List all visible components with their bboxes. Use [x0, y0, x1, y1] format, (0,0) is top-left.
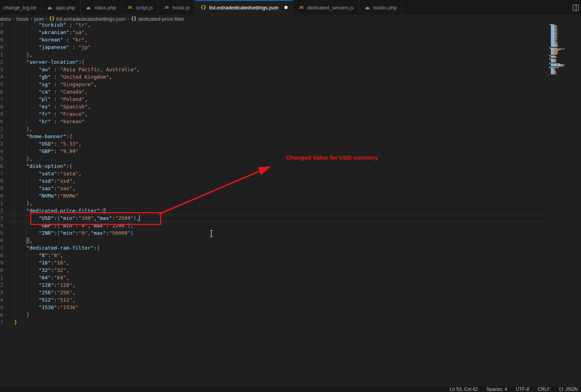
indent-guide	[14, 73, 14, 81]
indent-guide	[26, 66, 27, 73]
code-line-29[interactable]: 29 "korean" : "kr",	[0, 36, 547, 43]
breadcrumb-item-dons[interactable]: dons	[0, 16, 11, 22]
code-line-38[interactable]: 38 "es" : "Spanish",	[0, 103, 547, 110]
indent-guide	[14, 266, 14, 274]
code-line-60[interactable]: 60 "32":"32",	[0, 266, 547, 274]
tab-script-js[interactable]: JSscript.js	[122, 0, 158, 15]
code-line-61[interactable]: 61 "64":"64",	[0, 274, 547, 281]
code-line-31[interactable]: 31 },	[0, 51, 547, 58]
modified-dot-icon[interactable]	[284, 6, 288, 9]
status-json[interactable]: {}JSON	[559, 387, 578, 392]
code-line-42[interactable]: 42 "home-banner":{	[0, 133, 547, 140]
tab-hostx-js[interactable]: JShostx.js	[158, 0, 195, 15]
code-line-64[interactable]: 64 "512":"512",	[0, 296, 547, 304]
indent-guide	[26, 289, 27, 296]
code-line-32[interactable]: 32 "server-location":{	[0, 58, 547, 66]
breadcrumb-item-json[interactable]: json	[34, 16, 43, 22]
code-line-59[interactable]: 59 "16":"16",	[0, 259, 547, 266]
tab-class-php[interactable]: class.php	[81, 0, 122, 15]
line-number: 35	[0, 81, 3, 88]
split-editor-button[interactable]	[573, 5, 579, 11]
line-number: 31	[0, 51, 3, 58]
tab-ajax-php[interactable]: ajax.php	[42, 0, 81, 15]
line-number: 39	[0, 110, 3, 118]
indent-guide	[14, 140, 14, 147]
indent-guide	[14, 118, 14, 125]
line-number: 49	[0, 185, 3, 192]
line-number: 67	[0, 318, 3, 326]
indent-guide	[14, 274, 14, 281]
indent-guide	[26, 95, 27, 103]
code-line-33[interactable]: 33 "au" : "Asia Pacific, Australia",	[0, 66, 547, 73]
code-line-35[interactable]: 35 "sg" : "Singapore",	[0, 81, 547, 88]
line-number: 43	[0, 140, 3, 147]
indent-guide	[14, 207, 14, 214]
breadcrumb-item-list-extradedicatedsettings-json[interactable]: {}list.extradedicatedsettings.json	[49, 16, 126, 22]
indent-guide	[26, 170, 27, 177]
tab-change-log-txt[interactable]: change_log.txt	[0, 0, 42, 15]
indent-guide	[14, 125, 14, 133]
php-elephant-icon	[47, 4, 53, 11]
line-number: 30	[0, 43, 3, 51]
line-number: 54	[0, 222, 3, 229]
code-line-34[interactable]: 34 "gb" : "United Kingdom",	[0, 73, 547, 81]
code-line-67[interactable]: 67}	[0, 318, 547, 326]
code-line-27[interactable]: 27 "turkish" : "tr",	[0, 23, 547, 29]
code-line-43[interactable]: 43 "USD": "5.33",	[0, 140, 547, 147]
indent-guide	[26, 266, 27, 274]
code-line-39[interactable]: 39 "fr" : "France",	[0, 110, 547, 118]
line-number: 27	[0, 23, 3, 29]
breadcrumb: dons›hostx›json›{}list.extradedicatedset…	[0, 15, 581, 23]
chevron-right-icon: ›	[31, 16, 32, 22]
indent-guide	[26, 252, 27, 259]
tab-label: change_log.txt	[3, 5, 36, 11]
breadcrumb-item-hostx[interactable]: hostx	[16, 16, 29, 22]
indent-guide	[14, 88, 14, 95]
chevron-right-icon: ›	[13, 16, 14, 22]
indent-guide	[14, 304, 14, 311]
php-elephant-icon	[364, 4, 371, 11]
line-number: 37	[0, 95, 3, 103]
indent-guide	[14, 237, 14, 244]
code-line-65[interactable]: 65 "1536":"1536"	[0, 304, 547, 311]
line-number: 66	[0, 311, 3, 318]
code-line-28[interactable]: 28 "ukranian":"ua",	[0, 29, 547, 36]
mouse-cursor-ibeam-icon	[209, 230, 214, 237]
line-number: 44	[0, 147, 3, 155]
tab-list-extradedicatedsettings-json[interactable]: {}list.extradedicatedsettings.json	[195, 0, 293, 15]
code-line-62[interactable]: 62 "128":"128",	[0, 281, 547, 289]
indent-guide	[14, 58, 14, 66]
editor[interactable]: 27 "turkish" : "tr",28 "ukranian":"ua",2…	[0, 23, 581, 386]
indent-guide	[26, 214, 27, 222]
status-ln-53-col-42[interactable]: Ln 53, Col 42	[450, 387, 478, 392]
status-spaces-4[interactable]: Spaces: 4	[486, 387, 507, 392]
indent-guide	[26, 304, 27, 311]
code-line-58[interactable]: 58 "8":"8",	[0, 252, 547, 259]
status-utf-8[interactable]: UTF-8	[516, 387, 529, 392]
line-number: 60	[0, 266, 3, 274]
object-braces-icon: {}	[131, 16, 137, 22]
code-line-37[interactable]: 37 "pl" : "Poland",	[0, 95, 547, 103]
code-line-56[interactable]: 56 },	[0, 237, 547, 244]
code-line-40[interactable]: 40 "kr" : "korean"	[0, 118, 547, 125]
breadcrumb-item-dedicated-price-filter[interactable]: {}dedicated-price-filter	[131, 16, 184, 22]
code-line-30[interactable]: 30 "japanese" : "jp"	[0, 43, 547, 51]
code-line-36[interactable]: 36 "ca" : "Canada",	[0, 88, 547, 95]
tab-hooks-php[interactable]: hooks.php	[359, 0, 402, 15]
code-line-41[interactable]: 41 },	[0, 125, 547, 133]
vscode-window: change_log.txtajax.phpclass.phpJSscript.…	[0, 0, 581, 392]
indent-guide	[26, 81, 27, 88]
status-crlf[interactable]: CRLF	[538, 387, 550, 392]
line-number: 28	[0, 29, 3, 36]
code-line-55[interactable]: 55 "INR":{"min":"0","max":"50000"}	[0, 229, 547, 237]
line-number: 58	[0, 252, 3, 259]
indent-guide	[26, 281, 27, 289]
code-line-63[interactable]: 63 "256":"256",	[0, 289, 547, 296]
code-line-57[interactable]: 57 "dedicated-ram-filter":{	[0, 244, 547, 252]
tab-label: class.php	[95, 5, 116, 11]
code-line-44[interactable]: 44 "GBP": "9.99"	[0, 147, 547, 155]
code-line-66[interactable]: 66 }	[0, 311, 547, 318]
minimap[interactable]	[547, 23, 581, 383]
annotation-box	[30, 212, 161, 225]
tab-dedicated-servers-js[interactable]: JSdedicated_servers.js	[293, 0, 359, 15]
